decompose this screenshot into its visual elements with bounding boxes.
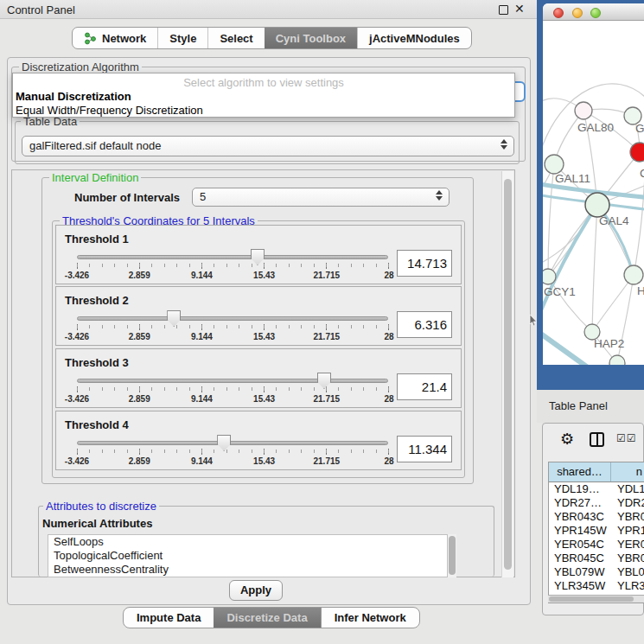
table-cell[interactable]: YDR2 [611,496,644,510]
table-body: YDL19…YDL1YDR27…YDR2YBR043CYBR0YPR145WYP… [549,482,644,603]
attribute-list-item[interactable]: BetweennessCentrality [48,563,447,577]
slider-track[interactable] [77,441,388,445]
node-selected-red[interactable] [630,143,644,162]
settings-vertical-scrollbar[interactable] [501,171,513,577]
threshold-4-slider[interactable]: -3.4262.8599.14415.4321.71528 [77,434,390,469]
table-cell[interactable]: YBL079W [549,565,611,579]
table-cell[interactable]: YBR0 [611,552,644,565]
table-cell[interactable]: YDR27… [549,496,611,510]
tick-label: 9.144 [191,271,213,280]
threshold-4-panel: Threshold 4 -3.4262.8599.14415.4321.7152… [55,411,462,470]
column-header-shared[interactable]: shared… [549,462,611,481]
tick-label: 2.859 [129,394,150,404]
apply-button[interactable]: Apply [229,580,283,601]
table-cell[interactable]: YPR1 [611,524,644,538]
table-cell[interactable]: YPR145W [549,524,611,538]
node-gal4[interactable] [585,193,609,217]
tab-label: Impute Data [137,611,201,624]
threshold-3-slider[interactable]: -3.4262.8599.14415.4321.71528 [77,372,390,406]
node-label-gal4: GAL4 [599,214,629,227]
table-cell[interactable]: YLR345W [549,579,611,593]
attribute-list-item[interactable]: TopologicalCoefficient [48,549,447,563]
node-label-gal11: GAL11 [555,172,590,185]
table-cell[interactable]: YER054C [549,538,611,552]
node-label-gcy1: GCY1 [544,285,576,298]
minimize-traffic-light-icon[interactable] [572,8,583,18]
table-cell[interactable]: YBL0 [611,565,644,579]
node-label-gal80: GAL80 [577,121,614,134]
tab-select[interactable]: Select [207,28,264,48]
attributes-list-scrollbar[interactable] [448,534,456,577]
tab-discretize-data[interactable]: Discretize Data [214,608,320,628]
tab-label: Infer Network [335,611,406,624]
tab-network[interactable]: Network [73,28,157,48]
threshold-2-value-field[interactable]: 6.316 [397,311,452,338]
threshold-2-slider[interactable]: -3.4262.8599.14415.4321.71528 [77,309,390,344]
slider-track[interactable] [77,255,388,259]
close-icon[interactable]: ✕ [514,2,525,16]
node-gcy1[interactable] [543,269,556,284]
tab-jactivemnodules[interactable]: jActiveMNodules [357,28,471,48]
table-horizontal-scrollbar[interactable] [548,595,644,603]
tab-impute-data[interactable]: Impute Data [124,608,214,628]
slider-minor-ticks [77,264,389,267]
threshold-label: Threshold 3 [65,356,129,369]
dropdown-option-equal-width-frequency[interactable]: Equal Width/Frequency Discretization [16,104,203,117]
table-cell[interactable]: YDL19… [549,482,611,496]
threshold-1-slider[interactable]: -3.4262.8599.14415.4321.71528 [77,248,390,283]
slider-track[interactable] [77,316,388,321]
tick-label: 15.43 [253,271,275,280]
columns-icon[interactable] [590,432,604,447]
table-header-row: shared… n [549,462,644,482]
network-canvas[interactable]: GAL80 GA C GAL11 GAL4 GCY1 H HAP2 [543,21,644,365]
float-window-icon[interactable] [499,5,508,15]
network-view-window: GAL80 GA C GAL11 GAL4 GCY1 H HAP2 [543,3,644,365]
threshold-label: Threshold 2 [65,294,129,307]
column-header-name[interactable]: n [611,462,644,481]
threshold-label: Threshold 4 [65,418,129,431]
table-row[interactable]: YLR345WYLR3 [549,579,644,593]
slider-track[interactable] [77,379,388,383]
table-row[interactable]: YDL19…YDL1 [549,482,644,496]
mouse-cursor [529,315,538,327]
threshold-3-value-field[interactable]: 21.4 [397,373,452,400]
numerical-attributes-list[interactable]: SelfLoopsTopologicalCoefficientBetweenne… [48,534,448,577]
table-row[interactable]: YBR043CYBR0 [549,510,644,524]
table-cell[interactable]: YBR043C [549,510,611,524]
attribute-list-item[interactable]: SelfLoops [48,535,447,549]
table-cell[interactable]: YBR045C [549,552,611,565]
table-cell[interactable]: YBR0 [611,510,644,524]
table-row[interactable]: YBL079WYBL0 [549,565,644,579]
interval-definition-label: Interval Definition [49,171,141,184]
node-attribute-table: shared… n YDL19…YDL1YDR27…YDR2YBR043CYBR… [548,462,644,603]
tab-cyni-toolbox[interactable]: Cyni Toolbox [265,28,357,48]
dropdown-option-manual-discretization[interactable]: Manual Discretization [16,90,131,103]
node-gal80[interactable] [575,102,592,119]
tab-style[interactable]: Style [157,28,207,48]
node-right[interactable] [624,265,643,284]
node-gal11[interactable] [545,155,564,174]
number-of-intervals-combobox[interactable]: 5 [192,188,450,207]
table-data-combobox[interactable]: galFiltered.sif default node [22,136,514,156]
table-row[interactable]: YDR27…YDR2 [549,496,644,510]
table-row[interactable]: YER054CYER0 [549,538,644,552]
table-row[interactable]: YPR145WYPR1 [549,524,644,538]
tab-infer-network[interactable]: Infer Network [321,608,419,628]
close-traffic-light-icon[interactable] [553,8,564,18]
tick-label: 21.715 [314,394,341,404]
scrollbar-thumb[interactable] [449,536,456,575]
scrollbar-thumb[interactable] [504,179,512,570]
table-cell[interactable]: YER0 [611,538,644,552]
table-cell[interactable]: YDL1 [611,482,644,496]
threshold-2-panel: Threshold 2 -3.4262.8599.14415.4321.7152… [55,286,462,346]
tick-label: 15.43 [253,456,275,466]
checkboxes-icon[interactable]: ☑☑ [616,432,637,444]
scrollbar-thumb[interactable] [549,596,634,602]
table-row[interactable]: YBR045CYBR0 [549,552,644,565]
table-cell[interactable]: YLR3 [611,579,644,593]
threshold-4-value-field[interactable]: 11.344 [397,436,452,462]
threshold-1-value-field[interactable]: 14.713 [397,250,452,277]
dropdown-placeholder[interactable]: Select algorithm to view settings [13,76,514,89]
zoom-traffic-light-icon[interactable] [590,8,601,18]
gear-icon[interactable]: ⚙ [560,430,574,449]
